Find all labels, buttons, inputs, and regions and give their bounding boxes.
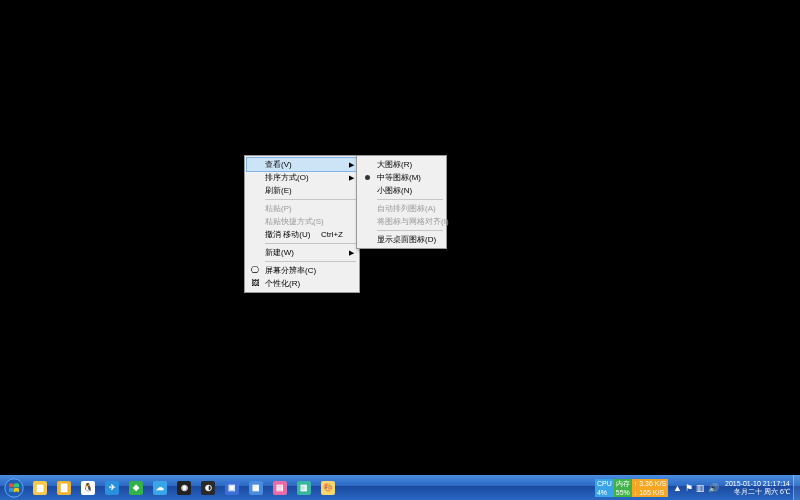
menu-new-label: 新建(W): [265, 247, 294, 258]
menu-refresh-label: 刷新(E): [265, 185, 292, 196]
eye-icon: ◉: [177, 481, 191, 495]
menu-personalize-label: 个性化(R): [265, 278, 300, 289]
system-tray: CPU 4% 内存 55% ↑ 3.36 K/S ↓ 165 K/S ▲ ⚑ ▥…: [595, 475, 800, 500]
memory-meter: 内存 55%: [614, 479, 632, 497]
taskbar-item-paint[interactable]: 🎨: [316, 478, 340, 498]
cpu-value: 4%: [597, 488, 612, 497]
svg-point-0: [5, 478, 23, 496]
monitor-icon: 🖵: [249, 265, 261, 277]
submenu-arrow-icon: ▶: [349, 249, 354, 257]
menu-sort[interactable]: 排序方式(O) ▶: [247, 171, 357, 184]
explorer-icon: ▆: [33, 481, 47, 495]
menu-view-label: 查看(V): [265, 159, 292, 170]
view-submenu: 大图标(R) 中等图标(M) 小图标(N) 自动排列图标(A) 将图标与网格对齐…: [356, 155, 447, 249]
taskbar-item-app-blue[interactable]: ✈: [100, 478, 124, 498]
tray-expand-icon[interactable]: ▲: [673, 483, 682, 493]
menu-paste-label: 粘贴(P): [265, 203, 292, 214]
cpu-label: CPU: [597, 479, 612, 488]
submenu-show-icons[interactable]: 显示桌面图标(D): [359, 233, 444, 246]
app-blue-icon: ✈: [105, 481, 119, 495]
app-teal-icon: ▥: [297, 481, 311, 495]
taskbar-item-app-green[interactable]: ◆: [124, 478, 148, 498]
radio-selected-icon: [365, 175, 370, 180]
menu-paste-shortcut-label: 粘贴快捷方式(S): [265, 216, 324, 227]
submenu-align-label: 将图标与网格对齐(I): [377, 216, 449, 227]
submenu-large-label: 大图标(R): [377, 159, 412, 170]
submenu-arrow-icon: ▶: [349, 161, 354, 169]
submenu-auto-arrange-label: 自动排列图标(A): [377, 203, 436, 214]
menu-undo-shortcut: Ctrl+Z: [321, 230, 343, 239]
tray-network-icon[interactable]: ▥: [696, 483, 705, 493]
taskbar-clock[interactable]: 2015-01-10 21:17:14 冬月二十 周六 6℃: [722, 480, 793, 496]
clock-lunar-weather: 冬月二十 周六 6℃: [725, 488, 790, 496]
desktop[interactable]: [0, 0, 800, 500]
menu-screen-resolution[interactable]: 🖵 屏幕分辨率(C): [247, 264, 357, 277]
menu-separator: [377, 230, 443, 231]
app-green-icon: ◆: [129, 481, 143, 495]
menu-undo-label: 撤消 移动(U): [265, 229, 310, 240]
menu-view[interactable]: 查看(V) ▶: [246, 157, 358, 172]
net-up: ↑ 3.36 K/S: [634, 479, 666, 488]
taskbar-item-app-teal[interactable]: ▥: [292, 478, 316, 498]
tray-flag-icon[interactable]: ⚑: [685, 483, 693, 493]
show-desktop-button[interactable]: [793, 475, 800, 500]
desktop-context-menu: 查看(V) ▶ 排序方式(O) ▶ 刷新(E) 粘贴(P) 粘贴快捷方式(S) …: [244, 155, 360, 293]
paint-icon: 🎨: [321, 481, 335, 495]
submenu-medium-icons[interactable]: 中等图标(M): [359, 171, 444, 184]
taskbar: ▆▇🐧✈◆☁◉◐▣▦▤▥🎨 CPU 4% 内存 55% ↑ 3.36 K/S ↓…: [0, 475, 800, 500]
network-meter: ↑ 3.36 K/S ↓ 165 K/S: [632, 479, 668, 497]
qq-icon: 🐧: [81, 481, 95, 495]
menu-screenres-label: 屏幕分辨率(C): [265, 265, 316, 276]
taskbar-item-cloud[interactable]: ☁: [148, 478, 172, 498]
menu-paste: 粘贴(P): [247, 202, 357, 215]
menu-separator: [265, 261, 356, 262]
menu-undo[interactable]: 撤消 移动(U) Ctrl+Z: [247, 228, 357, 241]
submenu-small-label: 小图标(N): [377, 185, 412, 196]
folder-icon: ▇: [57, 481, 71, 495]
grid-icon: ▦: [249, 481, 263, 495]
cloud-icon: ☁: [153, 481, 167, 495]
personalize-icon: 🖼: [249, 278, 261, 290]
cube-icon: ▣: [225, 481, 239, 495]
menu-paste-shortcut: 粘贴快捷方式(S): [247, 215, 357, 228]
submenu-show-label: 显示桌面图标(D): [377, 234, 436, 245]
menu-separator: [265, 243, 356, 244]
system-monitor-gadget[interactable]: CPU 4% 内存 55% ↑ 3.36 K/S ↓ 165 K/S: [595, 479, 668, 497]
submenu-large-icons[interactable]: 大图标(R): [359, 158, 444, 171]
taskbar-item-qq[interactable]: 🐧: [76, 478, 100, 498]
submenu-arrow-icon: ▶: [349, 174, 354, 182]
menu-personalize[interactable]: 🖼 个性化(R): [247, 277, 357, 290]
menu-new[interactable]: 新建(W) ▶: [247, 246, 357, 259]
taskbar-item-eye[interactable]: ◉: [172, 478, 196, 498]
menu-refresh[interactable]: 刷新(E): [247, 184, 357, 197]
submenu-small-icons[interactable]: 小图标(N): [359, 184, 444, 197]
menu-separator: [265, 199, 356, 200]
mem-label: 内存: [616, 479, 630, 488]
submenu-align-grid[interactable]: 将图标与网格对齐(I): [359, 215, 444, 228]
taskbar-item-app-pink[interactable]: ▤: [268, 478, 292, 498]
net-down: ↓ 165 K/S: [634, 488, 666, 497]
taskbar-item-grid[interactable]: ▦: [244, 478, 268, 498]
app-pink-icon: ▤: [273, 481, 287, 495]
tray-volume-icon[interactable]: 🔊: [708, 483, 719, 493]
mem-value: 55%: [616, 488, 630, 497]
start-button[interactable]: [0, 475, 28, 500]
windows-logo-icon: [4, 478, 24, 498]
taskbar-item-cube[interactable]: ▣: [220, 478, 244, 498]
taskbar-item-folder[interactable]: ▇: [52, 478, 76, 498]
menu-separator: [377, 199, 443, 200]
browser-icon: ◐: [201, 481, 215, 495]
taskbar-item-explorer[interactable]: ▆: [28, 478, 52, 498]
tray-icons: ▲ ⚑ ▥ 🔊: [670, 483, 722, 493]
taskbar-item-browser[interactable]: ◐: [196, 478, 220, 498]
menu-sort-label: 排序方式(O): [265, 172, 309, 183]
cpu-meter: CPU 4%: [595, 479, 614, 497]
submenu-medium-label: 中等图标(M): [377, 172, 421, 183]
taskbar-items: ▆▇🐧✈◆☁◉◐▣▦▤▥🎨: [28, 475, 340, 500]
clock-datetime: 2015-01-10 21:17:14: [725, 480, 790, 488]
submenu-auto-arrange[interactable]: 自动排列图标(A): [359, 202, 444, 215]
